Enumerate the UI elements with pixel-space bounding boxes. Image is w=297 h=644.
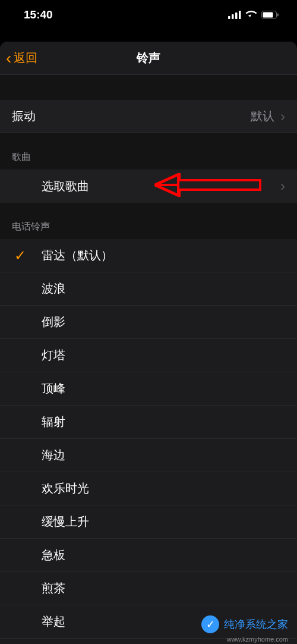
ringtone-list: ✓ 雷达（默认） 波浪 倒影 灯塔 顶峰 辐射 海边 欢乐时光: [0, 239, 297, 639]
ringtone-label: 雷达（默认）: [42, 247, 113, 263]
ringtone-label: 辐射: [42, 414, 65, 430]
ringtone-item[interactable]: 波浪: [0, 272, 297, 306]
ringtone-item[interactable]: 辐射: [0, 406, 297, 439]
chevron-left-icon: ‹: [6, 50, 11, 67]
ringtone-label: 倒影: [42, 314, 65, 330]
ringtone-item[interactable]: 缓慢上升: [0, 505, 297, 539]
watermark-url: www.kzmyhome.com: [227, 636, 288, 643]
pick-song-label: 选取歌曲: [42, 178, 89, 194]
svg-rect-2: [235, 12, 238, 19]
chevron-right-icon: ›: [280, 108, 285, 125]
svg-rect-0: [228, 16, 230, 19]
ringtone-label: 举起: [42, 614, 65, 630]
checkmark-icon: ✓: [14, 247, 26, 264]
vibration-row[interactable]: 振动 默认 ›: [0, 100, 297, 133]
ringtone-label: 顶峰: [42, 381, 65, 397]
pick-song-row[interactable]: 选取歌曲 ›: [0, 169, 297, 203]
chevron-right-icon: ›: [280, 178, 285, 194]
status-icons: [228, 11, 279, 19]
page-title: 铃声: [0, 50, 297, 66]
ringtone-item[interactable]: 顶峰: [0, 372, 297, 406]
watermark: ✓ 纯净系统之家: [201, 615, 288, 633]
signal-icon: [228, 11, 241, 19]
status-time: 15:40: [24, 8, 53, 21]
nav-bar: ‹ 返回 铃声: [0, 42, 297, 75]
svg-rect-5: [263, 12, 273, 18]
ringtone-label: 煎茶: [42, 580, 65, 596]
ringtone-item[interactable]: 欢乐时光: [0, 472, 297, 505]
ringtone-item[interactable]: 煎茶: [0, 572, 297, 605]
watermark-text: 纯净系统之家: [224, 617, 288, 632]
songs-section-header: 歌曲: [0, 133, 297, 169]
settings-sheet: ‹ 返回 铃声 振动 默认 › 歌曲 选取歌曲 › 电话铃声: [0, 42, 297, 644]
ringtone-label: 海边: [42, 447, 65, 463]
svg-rect-3: [239, 11, 241, 19]
ringtone-label: 波浪: [42, 281, 65, 297]
wifi-icon: [245, 11, 257, 19]
svg-rect-6: [277, 14, 279, 17]
annotation-arrow-icon: [154, 173, 261, 199]
content: 振动 默认 › 歌曲 选取歌曲 › 电话铃声 ✓ 雷达（默认）: [0, 75, 297, 644]
ringtone-label: 急板: [42, 547, 65, 563]
ringtones-section-header: 电话铃声: [0, 203, 297, 239]
back-label: 返回: [14, 50, 37, 66]
ringtone-item[interactable]: 灯塔: [0, 339, 297, 372]
ringtone-label: 缓慢上升: [42, 514, 89, 530]
ringtone-label: 欢乐时光: [42, 480, 89, 497]
back-button[interactable]: ‹ 返回: [6, 50, 37, 67]
ringtone-item[interactable]: 海边: [0, 439, 297, 472]
ringtone-item[interactable]: 急板: [0, 539, 297, 572]
watermark-logo-icon: ✓: [201, 615, 219, 633]
vibration-label: 振动: [12, 108, 36, 124]
svg-rect-1: [232, 14, 234, 19]
status-bar: 15:40: [0, 0, 297, 30]
ringtone-label: 灯塔: [42, 347, 65, 363]
ringtone-item[interactable]: 倒影: [0, 306, 297, 339]
spacer: [0, 75, 297, 100]
vibration-value: 默认 ›: [251, 108, 285, 125]
battery-icon: [261, 11, 279, 19]
ringtone-item[interactable]: ✓ 雷达（默认）: [0, 239, 297, 272]
